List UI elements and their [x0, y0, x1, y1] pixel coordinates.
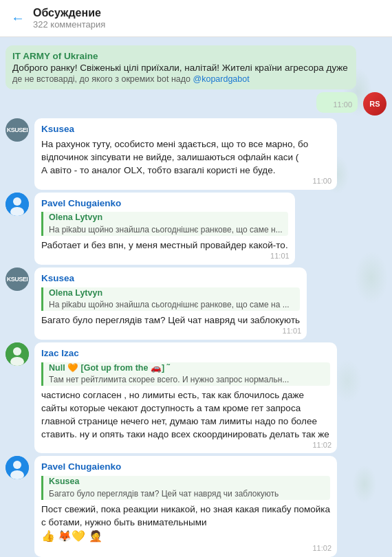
avatar-pavel-1 [6, 193, 29, 216]
messages-wrapper: IT ARMY of Ukraine Доброго ранку! Свіжен… [0, 45, 392, 557]
reply-text-pavel-1: На pikabu щойно знайшла сьогоднішнє ранк… [49, 224, 288, 236]
bubble-ksusea-2: Ksusea Olena Lytvyn На pikabu щойно знай… [34, 267, 307, 340]
sender-ksusea-2: Ksusea [41, 272, 300, 285]
message-pavel-2: → Pavel Chugaienko Ksusea Багато було пе… [6, 456, 386, 556]
bubble-pavel-1: Pavel Chugaienko Olena Lytvyn На pikabu … [34, 193, 295, 265]
svg-point-4 [13, 347, 21, 356]
header: ← Обсуждение 322 комментария [0, 0, 392, 37]
reply-block-izac: Null 🧡 [Got up from the 🚗] ˜ Там нет рей… [41, 362, 330, 386]
sender-izac: Izac Izac [41, 347, 330, 360]
time-ksusea-2: 11:01 [283, 326, 302, 336]
time-rs: 11:00 [333, 100, 352, 110]
reply-block-pavel-1: Olena Lytvyn На pikabu щойно знайшла сьо… [41, 212, 288, 235]
avatar-izac [6, 342, 29, 366]
sender-pavel-2: Pavel Chugaienko [41, 461, 330, 474]
channel-message: IT ARMY of Ukraine Доброго ранку! Свіжен… [6, 45, 356, 89]
bubble-rs: 11:00 [316, 92, 358, 113]
reply-name-ksusea-2: Olena Lytvyn [49, 287, 300, 300]
text-ksusea-1: На рахунок туту, особисто мені здається,… [41, 138, 330, 177]
bubble-izac: Izac Izac Null 🧡 [Got up from the 🚗] ˜ Т… [34, 342, 337, 454]
channel-text-2: де не встоварді, до якого з окремих bot … [12, 74, 349, 84]
text-izac: частисно согласен , но лимиты есть, так … [41, 389, 330, 441]
reply-block-pavel-2: Ksusea Багато було переглядів там? Цей ч… [41, 476, 330, 499]
avatar-rs: RS [363, 92, 386, 116]
chat-area: IT ARMY of Ukraine Доброго ранку! Свіжен… [0, 37, 392, 557]
sender-ksusea-1: Ksusea [41, 123, 330, 136]
reply-name-pavel-1: Olena Lytvyn [49, 212, 288, 224]
message-rs: 11:00 RS [6, 92, 386, 116]
time-ksusea-1: 11:00 [312, 176, 331, 186]
bubble-ksusea-1: Ksusea На рахунок туту, особисто мені зд… [34, 118, 337, 190]
time-pavel-2: 11:02 [312, 543, 331, 554]
avatar-ksusea-1: KSUSEI [6, 118, 29, 142]
message-izac: Izac Izac Null 🧡 [Got up from the 🚗] ˜ Т… [6, 342, 386, 454]
text-pavel-1: Работает и без впн, у меня местный прова… [41, 239, 288, 252]
message-ksusea-1: KSUSEI Ksusea На рахунок туту, особисто … [6, 118, 386, 190]
reply-block-ksusea-2: Olena Lytvyn На pikabu щойно знайшла сьо… [41, 287, 300, 311]
message-ksusea-2: KSUSEI Ksusea Olena Lytvyn На pikabu щой… [6, 267, 386, 340]
time-pavel-1: 11:01 [270, 251, 290, 261]
text-pavel-2: Пост свежий, пока реакции никакой, но зн… [41, 503, 330, 545]
time-izac: 11:02 [312, 440, 331, 450]
sender-pavel-1: Pavel Chugaienko [41, 197, 288, 210]
comment-count: 322 комментария [33, 19, 105, 30]
svg-point-1 [13, 197, 21, 206]
reply-name-izac: Null 🧡 [Got up from the 🚗] ˜ [49, 362, 330, 375]
avatar-ksusea-2: KSUSEI [6, 267, 29, 291]
avatar-pavel-2 [6, 456, 29, 479]
reply-text-pavel-2: Багато було переглядів там? Цей чат навр… [49, 488, 310, 500]
svg-point-7 [13, 461, 21, 469]
message-pavel-1: → Pavel Chugaienko Olena Lytvyn На pikab… [6, 193, 386, 265]
bubble-pavel-2: Pavel Chugaienko Ksusea Багато було пере… [34, 456, 337, 556]
reply-name-pavel-2: Ksusea [49, 476, 330, 488]
text-ksusea-2: Багато було переглядів там? Цей чат навр… [41, 314, 300, 327]
back-button[interactable]: ← [11, 10, 25, 26]
channel-sender-name: IT ARMY of Ukraine [12, 51, 349, 61]
header-text: Обсуждение 322 комментария [33, 7, 105, 30]
app-container: ← Обсуждение 322 комментария IT ARMY of … [0, 0, 392, 557]
channel-text-1: Доброго ранку! Свіженькі цілі приїхали, … [12, 63, 349, 73]
reply-text-izac: Там нет рейтлимита скорее всего. И нужно… [49, 374, 310, 386]
page-title: Обсуждение [33, 7, 105, 19]
reply-text-ksusea-2: На pikabu щойно знайшла сьогоднішнє ранк… [49, 299, 300, 311]
